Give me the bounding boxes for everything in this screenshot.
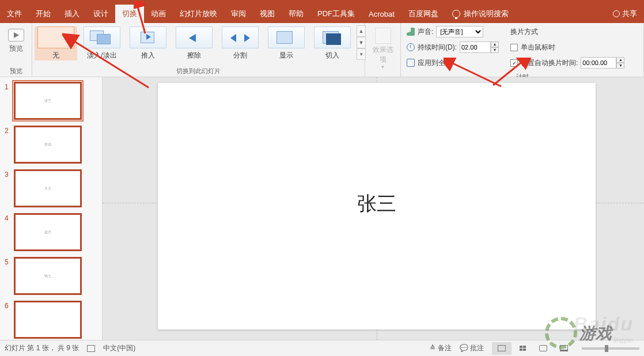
slide-text[interactable]: 张三	[357, 191, 396, 217]
transition-reveal[interactable]: 显示	[265, 26, 308, 60]
tab-baidu[interactable]: 百度网盘	[401, 5, 445, 23]
tab-pdf[interactable]: PDF工具集	[310, 5, 362, 23]
on-click-checkbox[interactable]	[510, 44, 518, 51]
transition-split[interactable]: 分割	[219, 26, 262, 60]
tab-animation[interactable]: 动画	[144, 5, 173, 23]
sound-label: 声音:	[418, 27, 433, 37]
ribbon-tabs: 文件 开始 插入 设计 切换 动画 幻灯片放映 审阅 视图 帮助 PDF工具集 …	[0, 5, 644, 23]
thumbnail-3[interactable]: 王五	[14, 169, 82, 207]
tab-help[interactable]: 帮助	[282, 5, 310, 23]
slide-count: 幻灯片 第 1 张， 共 9 张	[5, 343, 79, 353]
tab-insert[interactable]: 插入	[58, 5, 86, 23]
current-slide[interactable]: 张三	[158, 83, 596, 330]
duration-spinner[interactable]: ▲▼	[491, 41, 499, 53]
thumbnail-4[interactable]: 赵六	[14, 213, 82, 251]
transition-fade[interactable]: 淡入/淡出	[81, 26, 123, 60]
view-reading[interactable]	[533, 342, 553, 355]
slide-canvas[interactable]: 张三	[103, 77, 644, 340]
thumbnail-2[interactable]: 李四	[14, 126, 82, 164]
tab-review[interactable]: 审阅	[224, 5, 253, 23]
thumbnail-6[interactable]	[14, 301, 82, 339]
thumbnail-5[interactable]: 钱七	[14, 257, 82, 295]
duration-input[interactable]	[460, 41, 491, 53]
chevron-down-icon: ▼	[371, 65, 395, 70]
share-button[interactable]: 共享	[606, 5, 644, 23]
effect-icon	[375, 28, 391, 44]
after-checkbox[interactable]: ✓	[510, 59, 518, 67]
bulb-icon	[452, 10, 460, 18]
apply-all-icon	[407, 59, 415, 67]
status-bar: 幻灯片 第 1 张， 共 9 张 中文(中国) ≙ 备注 💬 批注	[0, 340, 644, 356]
effect-options: 效果选项 ▼	[369, 25, 397, 72]
advance-title: 换片方式	[510, 25, 624, 38]
after-label: 设置自动换片时间:	[521, 58, 578, 68]
apply-to-all[interactable]: 应用到全部	[407, 56, 499, 69]
tab-tellme[interactable]: 操作说明搜索	[445, 5, 516, 23]
tab-home[interactable]: 开始	[29, 5, 58, 23]
transition-none[interactable]: 无	[35, 26, 77, 60]
view-sorter[interactable]	[513, 342, 532, 355]
tab-slideshow[interactable]: 幻灯片放映	[173, 5, 224, 23]
sound-icon	[407, 28, 415, 36]
group-transition-label: 切换到此幻灯片	[32, 66, 365, 77]
transition-cut[interactable]: 切入	[311, 26, 354, 60]
transition-push[interactable]: 推入	[127, 26, 169, 60]
after-spinner[interactable]: ▲▼	[616, 57, 624, 69]
slide-thumbnails[interactable]: 1张三 2李四 3王五 4赵六 5钱七 6	[0, 77, 103, 340]
notes-button[interactable]: ≙ 备注	[430, 343, 451, 353]
after-input[interactable]	[581, 57, 616, 69]
duration-label: 持续时间(D):	[418, 43, 457, 52]
transition-gallery: 无 淡入/淡出 推入 擦除 分割 显示 切入 ▲▼▾	[32, 23, 365, 66]
preview-button[interactable]: 预览	[3, 25, 28, 56]
view-slideshow[interactable]	[554, 342, 574, 355]
share-icon	[613, 10, 620, 17]
accessibility-icon[interactable]	[87, 345, 95, 352]
tab-view[interactable]: 视图	[253, 5, 282, 23]
transition-wipe[interactable]: 擦除	[173, 26, 215, 60]
play-icon	[8, 29, 24, 41]
sound-select[interactable]: [无声音]	[436, 26, 483, 37]
thumbnail-1[interactable]: 张三	[14, 82, 82, 120]
language[interactable]: 中文(中国)	[103, 343, 135, 353]
comments-button[interactable]: 💬 批注	[460, 343, 484, 353]
tab-design[interactable]: 设计	[86, 5, 115, 23]
gallery-scroll[interactable]: ▲▼▾	[357, 25, 366, 60]
zoom-slider[interactable]	[582, 347, 639, 350]
group-preview-label: 预览	[0, 66, 32, 77]
tab-acrobat[interactable]: Acrobat	[362, 5, 401, 23]
tab-file[interactable]: 文件	[0, 5, 29, 23]
view-normal[interactable]	[492, 342, 512, 355]
tab-transition[interactable]: 切换	[115, 5, 144, 23]
on-click-label: 单击鼠标时	[521, 43, 555, 52]
clock-icon	[407, 43, 415, 51]
ribbon: 预览 预览 无 淡入/淡出 推入 擦除 分割 显示 切入 ▲▼▾ 切换到此幻灯片…	[0, 23, 644, 77]
